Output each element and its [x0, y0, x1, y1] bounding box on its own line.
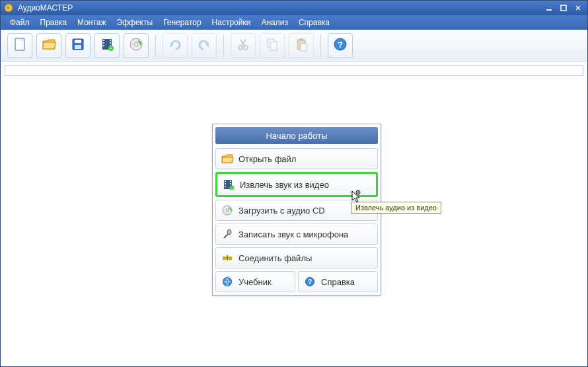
svg-rect-28 [301, 44, 307, 51]
merge-icon [221, 252, 233, 264]
tutorial-action[interactable]: Учебник [215, 271, 295, 292]
svg-rect-35 [230, 181, 231, 182]
svg-rect-1 [546, 9, 552, 11]
svg-point-21 [244, 46, 248, 50]
svg-point-19 [135, 43, 138, 46]
new-file-button[interactable] [7, 33, 32, 58]
menu-analysis[interactable]: Анализ [256, 17, 293, 28]
toolbar-separator [320, 34, 321, 57]
help-small-icon: ? [304, 276, 316, 288]
extract-audio-label: Извлечь звук из видео [240, 180, 329, 190]
svg-rect-33 [225, 183, 226, 184]
svg-rect-7 [75, 40, 81, 43]
toolbar: + ? [1, 30, 587, 61]
help-action[interactable]: ? Справка [298, 271, 378, 292]
load-cd-label: Загрузить с аудио CD [239, 206, 325, 216]
svg-rect-32 [225, 181, 226, 182]
window-controls [542, 3, 585, 13]
svg-rect-11 [103, 42, 104, 44]
menu-edit[interactable]: Правка [35, 17, 73, 28]
toolbar-separator [155, 34, 156, 57]
close-button[interactable] [571, 3, 585, 13]
help-button[interactable]: ? [328, 33, 353, 58]
svg-rect-8 [75, 45, 81, 49]
start-panel-header: Начало работы [215, 127, 378, 144]
svg-rect-13 [110, 40, 111, 41]
copy-icon [265, 37, 279, 54]
import-cd-button[interactable] [124, 33, 149, 58]
paste-button [289, 33, 314, 58]
extract-audio-action[interactable]: + Извлечь звук из видео [215, 172, 378, 197]
tutorial-label: Учебник [239, 277, 272, 287]
svg-point-40 [226, 209, 229, 212]
svg-point-41 [227, 229, 231, 235]
open-file-button[interactable] [36, 33, 61, 58]
svg-text:?: ? [338, 40, 343, 50]
record-mic-label: Записать звук с микрофона [239, 229, 348, 239]
merge-files-action[interactable]: Соединить файлы [215, 247, 378, 268]
svg-rect-44 [229, 257, 232, 260]
folder-icon [221, 153, 233, 165]
svg-text:+: + [231, 186, 233, 190]
svg-rect-27 [299, 38, 303, 41]
folder-open-icon [42, 37, 56, 54]
cd-icon [129, 37, 143, 54]
cut-button [231, 33, 256, 58]
tooltip: Извлечь аудио из видео [351, 202, 441, 214]
undo-button [192, 33, 217, 58]
menu-file[interactable]: Файл [5, 17, 35, 28]
svg-rect-43 [223, 257, 226, 260]
menu-help[interactable]: Справка [293, 17, 335, 28]
redo-icon [168, 37, 182, 54]
toolbar-separator [223, 34, 224, 57]
menu-effects[interactable]: Эффекты [112, 17, 159, 28]
menu-generator[interactable]: Генератор [158, 17, 206, 28]
microphone-icon [221, 228, 233, 240]
open-file-label: Открыть файл [239, 154, 296, 164]
main-area: Начало работы Открыть файл + Извлечь зву… [1, 80, 587, 367]
new-file-icon [13, 37, 27, 54]
help-label: Справка [321, 277, 355, 287]
scissors-icon [236, 37, 250, 54]
app-icon [3, 3, 14, 13]
app-title: АудиоМАСТЕР [18, 3, 542, 13]
svg-rect-10 [103, 40, 104, 41]
open-file-action[interactable]: Открыть файл [215, 148, 378, 169]
svg-rect-2 [561, 5, 566, 11]
undo-icon [197, 37, 211, 54]
save-icon [71, 37, 85, 54]
svg-line-42 [224, 234, 228, 238]
svg-rect-36 [230, 183, 231, 184]
film-icon: + [100, 37, 114, 54]
svg-rect-25 [270, 42, 277, 50]
save-file-button[interactable] [65, 33, 91, 58]
film-extract-icon: + [223, 179, 235, 190]
svg-rect-34 [225, 186, 226, 187]
paste-icon [294, 37, 309, 54]
menu-montage[interactable]: Монтаж [72, 17, 112, 28]
svg-rect-14 [110, 42, 111, 44]
globe-icon [221, 276, 233, 288]
import-video-button[interactable]: + [94, 33, 120, 58]
svg-rect-12 [103, 45, 104, 46]
timeline-track[interactable] [5, 65, 583, 76]
copy-button [260, 33, 285, 58]
titlebar: АудиоМАСТЕР [1, 1, 587, 15]
cd-load-icon [221, 204, 233, 216]
svg-point-20 [239, 46, 242, 50]
redo-button [163, 33, 188, 58]
menubar: Файл Правка Монтаж Эффекты Генератор Нас… [1, 15, 587, 30]
merge-files-label: Соединить файлы [239, 253, 312, 263]
svg-text:+: + [110, 46, 112, 51]
help-icon: ? [333, 37, 348, 54]
menu-settings[interactable]: Настройки [207, 17, 256, 28]
minimize-button[interactable] [542, 3, 556, 13]
record-mic-action[interactable]: Записать звук с микрофона [215, 224, 378, 245]
svg-text:?: ? [308, 278, 312, 286]
maximize-button[interactable] [557, 3, 570, 13]
